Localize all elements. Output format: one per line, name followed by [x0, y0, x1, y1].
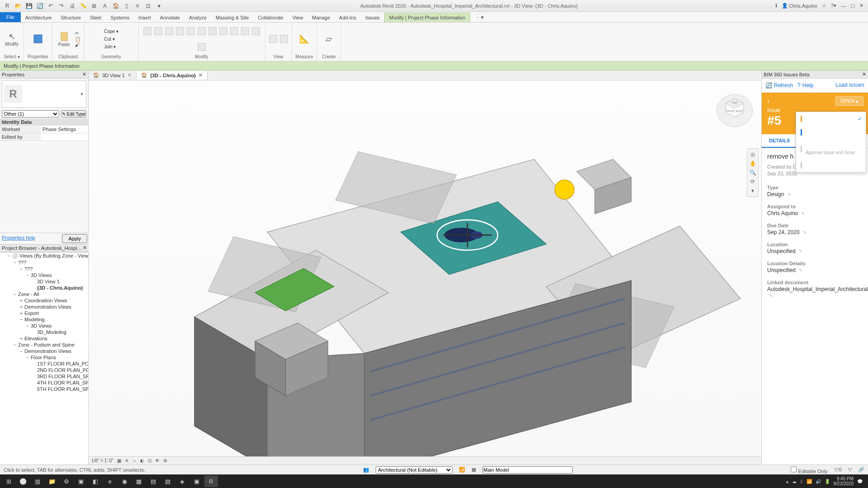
- override-icon[interactable]: [280, 35, 288, 43]
- favorites-icon[interactable]: ☆: [822, 3, 826, 9]
- wheel-icon[interactable]: ◎: [750, 151, 755, 158]
- status-option-closed[interactable]: ClosedApprove issue and close: [796, 139, 866, 159]
- properties-help-link[interactable]: Properties help: [0, 233, 61, 244]
- prop-value[interactable]: Phase Settings: [41, 126, 88, 133]
- sync-icon[interactable]: 🔄: [36, 2, 43, 9]
- app-icon[interactable]: ◧: [89, 475, 102, 487]
- reveal-icon[interactable]: ⚙: [163, 458, 167, 463]
- crop-icon[interactable]: ⊡: [148, 458, 151, 463]
- save-icon[interactable]: 💾: [25, 2, 33, 9]
- rotate-icon[interactable]: [165, 27, 173, 35]
- shadows-icon[interactable]: ◐: [140, 458, 144, 463]
- walk-icon[interactable]: ▾: [751, 188, 754, 194]
- chrome-icon[interactable]: ◉: [118, 475, 131, 487]
- user-icon[interactable]: 👤 Chris.Aquino: [782, 3, 817, 9]
- measure-button[interactable]: 📐: [296, 30, 312, 48]
- scale-label[interactable]: 1/8" = 1'-0": [91, 458, 113, 463]
- link-icon[interactable]: 🔗: [858, 467, 864, 473]
- browser-close-icon[interactable]: ✕: [83, 245, 87, 251]
- help-icon[interactable]: ?▾: [831, 3, 836, 9]
- switch-windows-icon[interactable]: ▾: [156, 2, 163, 9]
- tree-root[interactable]: −⚪ Views (By Building Zone - View Use -: [0, 253, 88, 259]
- status-option-open[interactable]: Open✓: [796, 112, 866, 126]
- properties-button[interactable]: [30, 30, 46, 48]
- active-workset[interactable]: Architectural (Not Editable): [376, 466, 453, 474]
- edge-icon[interactable]: e: [103, 475, 117, 487]
- refresh-button[interactable]: 🔄Refresh: [765, 82, 793, 89]
- tab-addins[interactable]: Add-Ins: [335, 13, 361, 22]
- start-button[interactable]: ⊞: [2, 475, 15, 487]
- tab-modify-context[interactable]: Modify | Project Phase Information: [384, 13, 470, 22]
- load-issues-button[interactable]: Load issues: [835, 82, 864, 88]
- delete-icon[interactable]: [198, 43, 206, 51]
- tree-item[interactable]: 2ND FLOOR PLAN_PODIU: [0, 367, 88, 373]
- tree-item[interactable]: −Floor Plans: [0, 354, 88, 361]
- edit-icon[interactable]: ✎: [788, 192, 791, 197]
- tree-item[interactable]: 5TH FLOOR PLAN_SPINE: [0, 386, 88, 392]
- cut-button[interactable]: ✂: [75, 31, 80, 36]
- visual-style-icon[interactable]: ☀: [125, 458, 129, 463]
- info-icon[interactable]: ℹ: [775, 3, 777, 9]
- tab-collaborate[interactable]: Collaborate: [253, 13, 288, 22]
- view-tab[interactable]: 🏠 {3D - Chris.Aquino} ✕: [137, 71, 208, 80]
- edit-icon[interactable]: ✎: [801, 211, 805, 216]
- tree-item[interactable]: 4TH FLOOR PLAN_SPINE: [0, 380, 88, 386]
- main-model-field[interactable]: [482, 466, 573, 474]
- settings-icon[interactable]: ⚙: [60, 475, 73, 487]
- hide-icon[interactable]: 👁: [155, 458, 160, 463]
- tree-item[interactable]: −???: [0, 266, 88, 272]
- tree-item[interactable]: −3D Views: [0, 272, 88, 278]
- app-icon[interactable]: ▤: [146, 475, 160, 487]
- tab-view[interactable]: View: [288, 13, 308, 22]
- field-value[interactable]: Design ✎: [767, 191, 863, 197]
- field-value[interactable]: Autodesk_Hospital_Imperial_Architectural…: [767, 286, 863, 299]
- tab-annotate[interactable]: Annotate: [156, 13, 184, 22]
- tree-item[interactable]: −Zone - Podium and Spine: [0, 342, 88, 348]
- print-icon[interactable]: 🖨: [69, 2, 76, 9]
- tab-steel[interactable]: Steel: [85, 13, 106, 22]
- explorer-icon[interactable]: 📁: [45, 475, 59, 487]
- undo-icon[interactable]: ↶: [47, 2, 54, 9]
- design-option-icon[interactable]: ▦: [472, 467, 476, 473]
- redo-icon[interactable]: ↷: [58, 2, 65, 9]
- prop-value[interactable]: [41, 133, 88, 141]
- tray-icon[interactable]: ▴: [786, 479, 788, 484]
- volume-icon[interactable]: 🔊: [816, 479, 821, 484]
- field-value[interactable]: Unspecified ✎: [767, 267, 863, 273]
- copy-icon[interactable]: [154, 27, 162, 35]
- edit-icon[interactable]: ✎: [799, 249, 802, 254]
- 3d-viewport[interactable]: TOP FRONT RIGHT ◎ ✋ 🔍 ⟳ ▾: [89, 80, 761, 456]
- back-icon[interactable]: ‹: [767, 97, 769, 105]
- orbit-icon[interactable]: ⟳: [750, 178, 755, 185]
- minimize-icon[interactable]: —: [841, 3, 846, 9]
- align-icon[interactable]: [252, 27, 260, 35]
- cut-geom-button[interactable]: Cut ▾: [104, 37, 114, 42]
- instance-selector[interactable]: Other (1): [2, 110, 59, 117]
- tree-item[interactable]: +Export: [0, 310, 88, 316]
- pin-icon[interactable]: [230, 27, 238, 35]
- notifications-icon[interactable]: 💬: [857, 479, 863, 484]
- create-button[interactable]: ▱: [321, 30, 337, 48]
- battery-icon[interactable]: 🔋: [825, 479, 830, 484]
- tree-item[interactable]: +Elevations: [0, 335, 88, 342]
- apply-button[interactable]: Apply: [62, 234, 87, 243]
- edit-icon[interactable]: ✎: [803, 230, 807, 235]
- selection-filter[interactable]: ▽:0: [834, 467, 842, 473]
- hide-icon[interactable]: [269, 35, 277, 43]
- move-icon[interactable]: [143, 27, 151, 35]
- tree-item[interactable]: 3D_Modeling: [0, 329, 88, 335]
- properties-close-icon[interactable]: ✕: [82, 71, 86, 77]
- trim-icon[interactable]: [176, 27, 184, 35]
- text-icon[interactable]: A: [101, 2, 108, 9]
- tree-item[interactable]: {3D - Chris.Aquino}: [0, 285, 88, 291]
- measure-icon[interactable]: 📏: [80, 2, 87, 9]
- scale-icon[interactable]: [219, 27, 227, 35]
- tab-insert[interactable]: Insert: [134, 13, 156, 22]
- wifi-icon[interactable]: 📶: [807, 479, 812, 484]
- cope-button[interactable]: Cope ▾: [104, 29, 118, 34]
- tab-project-icon[interactable]: ▫️▾: [470, 13, 488, 22]
- tree-item[interactable]: −Zone - All: [0, 291, 88, 297]
- tab-systems[interactable]: Systems: [106, 13, 134, 22]
- search-icon[interactable]: ⚪: [16, 475, 30, 487]
- tab-analyze[interactable]: Analyze: [184, 13, 211, 22]
